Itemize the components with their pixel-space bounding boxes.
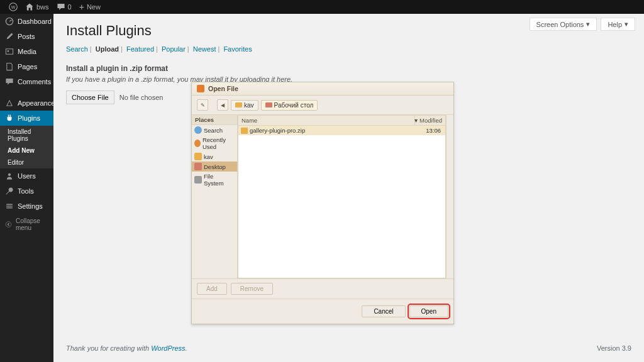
- file-row[interactable]: gallery-plugin-pro.zip 13:06: [238, 126, 445, 135]
- admin-sidebar: Dashboard Posts Media Pages Comments App…: [0, 14, 53, 362]
- version-label: Version 3.9: [597, 344, 631, 352]
- sidebar-item-appearance[interactable]: Appearance: [0, 96, 53, 111]
- sidebar-item-plugins[interactable]: Plugins: [0, 111, 53, 126]
- archive-icon: [241, 128, 248, 134]
- sidebar-label: Posts: [18, 33, 35, 40]
- home-folder-icon: [194, 153, 202, 160]
- svg-point-4: [8, 50, 9, 52]
- wordpress-link[interactable]: WordPress: [151, 344, 185, 352]
- sidebar-label: Appearance: [18, 99, 55, 107]
- place-desktop[interactable]: Desktop: [192, 162, 237, 172]
- place-label: File System: [204, 173, 235, 187]
- chevron-down-icon: ▾: [586, 20, 590, 28]
- nav-newest[interactable]: Newest: [193, 45, 216, 53]
- sidebar-item-comments[interactable]: Comments: [0, 74, 53, 89]
- desktop-icon: [194, 163, 202, 170]
- btn-label: Screen Options: [536, 21, 584, 28]
- plugins-submenu: Installed Plugins Add New Editor: [0, 126, 53, 168]
- sort-down-icon: ▾: [414, 117, 418, 124]
- submenu-editor[interactable]: Editor: [0, 156, 53, 168]
- place-label: kav: [204, 153, 213, 160]
- sidebar-item-settings[interactable]: Settings: [0, 199, 53, 214]
- column-modified[interactable]: ▾Modified: [415, 116, 445, 125]
- sidebar-item-tools[interactable]: Tools: [0, 184, 53, 199]
- open-file-dialog: Open File ✎ ◀ kav Рабочий стол Places Se…: [191, 82, 454, 324]
- svg-rect-7: [6, 206, 13, 206]
- folder-icon: [235, 102, 242, 107]
- file-name: gallery-plugin-pro.zip: [250, 127, 305, 134]
- sidebar-item-users[interactable]: Users: [0, 168, 53, 184]
- path-back-button[interactable]: ◀: [217, 99, 228, 111]
- site-name[interactable]: bws: [21, 3, 53, 11]
- admin-toolbar: W bws 0 +New: [0, 0, 644, 14]
- submenu-add-new[interactable]: Add New: [0, 145, 53, 156]
- collapse-menu[interactable]: Collapse menu: [0, 214, 53, 235]
- desktop-icon: [265, 102, 272, 107]
- add-place-button[interactable]: Add: [197, 283, 227, 295]
- edit-location-button[interactable]: ✎: [197, 99, 208, 111]
- recent-icon: [194, 140, 201, 147]
- dialog-title-bar[interactable]: Open File: [192, 82, 453, 96]
- svg-text:W: W: [11, 5, 16, 9]
- nav-favorites[interactable]: Favorites: [223, 45, 252, 53]
- place-search[interactable]: Search: [192, 125, 237, 135]
- sidebar-label: Pages: [18, 63, 37, 70]
- admin-footer: Thank you for creating with WordPress. V…: [66, 336, 631, 356]
- sidebar-item-dashboard[interactable]: Dashboard: [0, 14, 53, 29]
- file-list: Name ▾Modified gallery-plugin-pro.zip 13…: [238, 115, 446, 278]
- instruction-heading: Install a plugin in .zip format: [66, 64, 631, 73]
- footer-text: Thank you for creating with: [66, 344, 151, 352]
- cancel-button[interactable]: Cancel: [362, 305, 405, 317]
- path-segment-desktop[interactable]: Рабочий стол: [261, 100, 318, 111]
- add-new[interactable]: +New: [75, 2, 104, 12]
- wp-logo[interactable]: W: [5, 3, 21, 11]
- sidebar-label: Media: [18, 48, 36, 55]
- btn-label: Help: [608, 21, 622, 28]
- add-new-label: New: [87, 3, 101, 11]
- path-label: Рабочий стол: [274, 102, 314, 109]
- sidebar-label: Tools: [18, 187, 34, 195]
- sidebar-item-pages[interactable]: Pages: [0, 59, 53, 74]
- nav-search[interactable]: Search: [66, 45, 88, 53]
- nav-featured[interactable]: Featured: [126, 45, 154, 53]
- nav-upload[interactable]: Upload: [96, 45, 119, 53]
- column-name[interactable]: Name: [238, 116, 415, 125]
- path-label: kav: [244, 102, 254, 109]
- comments-number: 0: [68, 3, 72, 11]
- places-panel: Places Search Recently Used kav Desktop …: [192, 115, 238, 278]
- drive-icon: [194, 176, 202, 184]
- sidebar-label: Users: [18, 172, 36, 180]
- place-filesystem[interactable]: File System: [192, 172, 237, 188]
- help-button[interactable]: Help ▾: [601, 18, 635, 31]
- place-label: Desktop: [204, 163, 226, 170]
- svg-rect-8: [6, 207, 13, 208]
- col-label: Modified: [419, 117, 442, 124]
- sidebar-item-media[interactable]: Media: [0, 44, 53, 59]
- dialog-toolbar: ✎ ◀ kav Рабочий стол: [192, 96, 453, 115]
- place-home[interactable]: kav: [192, 151, 237, 162]
- search-icon: [194, 126, 202, 134]
- chevron-down-icon: ▾: [625, 20, 628, 28]
- svg-rect-6: [6, 204, 13, 205]
- scrollbar[interactable]: [446, 115, 453, 278]
- screen-options-button[interactable]: Screen Options ▾: [530, 18, 597, 31]
- file-chosen-label: No file chosen: [119, 94, 164, 101]
- nav-popular[interactable]: Popular: [162, 45, 186, 53]
- open-button[interactable]: Open: [409, 305, 448, 317]
- comments-count[interactable]: 0: [53, 3, 75, 11]
- sidebar-label: Comments: [18, 78, 51, 85]
- choose-file-button[interactable]: Choose File: [66, 90, 114, 104]
- sidebar-label: Dashboard: [18, 18, 52, 25]
- place-recent[interactable]: Recently Used: [192, 135, 237, 151]
- file-modified: 13:06: [415, 127, 443, 134]
- sidebar-label: Settings: [18, 202, 43, 210]
- svg-rect-3: [6, 49, 13, 54]
- sidebar-item-posts[interactable]: Posts: [0, 29, 53, 44]
- svg-point-5: [8, 173, 11, 176]
- remove-place-button[interactable]: Remove: [231, 283, 273, 295]
- submenu-installed[interactable]: Installed Plugins: [0, 126, 53, 145]
- path-segment-kav[interactable]: kav: [231, 100, 258, 111]
- filter-nav: Search| Upload| Featured| Popular| Newes…: [66, 45, 631, 53]
- places-header: Places: [192, 115, 237, 125]
- place-label: Recently Used: [203, 136, 235, 150]
